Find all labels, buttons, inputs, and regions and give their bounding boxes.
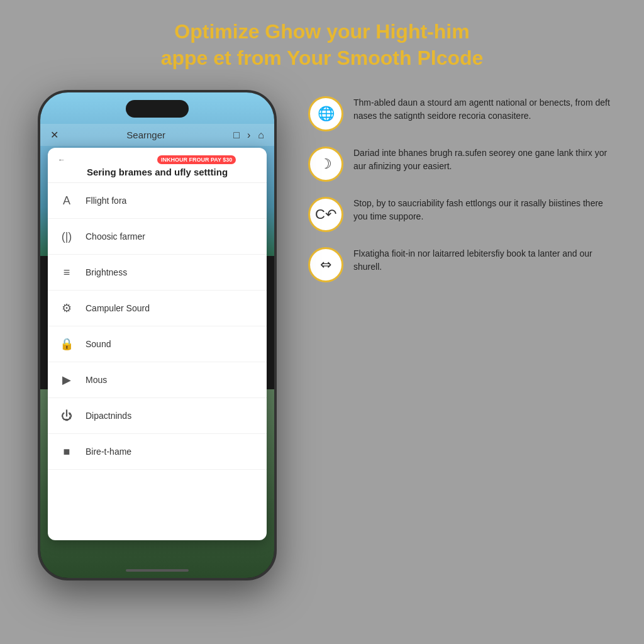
menu-item-5[interactable]: ▶ Mous xyxy=(48,362,267,398)
nav-icons: □ › ⌂ xyxy=(233,130,264,141)
feature-text-2: Stop, by to saucriability fash ettlongs … xyxy=(353,197,619,223)
phone: ✕ Searnger □ › ⌂ INKHOUR FROUR PAY $30 ←… xyxy=(38,90,277,580)
menu-item-3[interactable]: ⚙ Campuler Sourd xyxy=(48,291,267,326)
right-panel: 🌐 Thm-abled daun a stourd am agentt nati… xyxy=(308,90,619,625)
menu-icon-3: ⚙ xyxy=(58,299,75,317)
feature-text-1: Dariad inte bhanes brugh ra.sufen seorey… xyxy=(353,147,619,173)
menu-item-7[interactable]: ■ Bire-t-hame xyxy=(48,434,267,470)
menu-icon-1: (|) xyxy=(58,228,75,245)
menu-panel: INKHOUR FROUR PAY $30 ← Sering brames an… xyxy=(48,148,267,540)
menu-label-0: Fllight fora xyxy=(86,196,126,206)
menu-label-5: Mous xyxy=(86,375,107,385)
menu-label-7: Bire-t-hame xyxy=(86,447,131,457)
menu-icon-5: ▶ xyxy=(58,371,75,389)
feature-item-1: ☽ Dariad inte bhanes brugh ra.sufen seor… xyxy=(308,147,619,182)
feature-item-0: 🌐 Thm-abled daun a stourd am agentt nati… xyxy=(308,96,619,131)
menu-icon-7: ■ xyxy=(58,443,75,460)
feature-item-2: C↶ Stop, by to saucriability fash ettlon… xyxy=(308,197,619,232)
menu-icon-0: A xyxy=(58,192,75,209)
feature-icon-0: 🌐 xyxy=(308,96,343,131)
menu-item-1[interactable]: (|) Choosic farmer xyxy=(48,219,267,255)
arrow-icon[interactable]: › xyxy=(247,130,250,141)
nav-title: Searnger xyxy=(126,130,165,140)
square-icon[interactable]: □ xyxy=(233,130,240,141)
menu-icon-6: ⏻ xyxy=(58,407,75,425)
phone-nav-bar: ✕ Searnger □ › ⌂ xyxy=(40,124,274,146)
notification-badge: INKHOUR FROUR PAY $30 xyxy=(157,155,236,164)
headline-line2: appe et from Your Smooth Plcode xyxy=(161,45,484,72)
home-icon[interactable]: ⌂ xyxy=(258,130,264,141)
menu-icon-2: ≡ xyxy=(58,264,75,281)
feature-icon-3: ⇔ xyxy=(308,247,343,282)
headline-line1: Optimize Ghow your Hight-him xyxy=(161,19,484,45)
menu-item-6[interactable]: ⏻ Dipactninds xyxy=(48,398,267,434)
menu-label-2: Brightness xyxy=(86,267,127,277)
headline: Optimize Ghow your Hight-him appe et fro… xyxy=(161,19,484,71)
menu-item-0[interactable]: A Fllight fora xyxy=(48,183,267,219)
menu-label-3: Campuler Sourd xyxy=(86,303,150,313)
menu-label-1: Choosic farmer xyxy=(86,231,145,242)
menu-items-list: A Fllight fora (|) Choosic farmer ≡ Brig… xyxy=(48,183,267,470)
feature-text-3: Flxatigha fioit-in nor laitarred lebiter… xyxy=(353,247,619,274)
menu-item-2[interactable]: ≡ Brightness xyxy=(48,255,267,291)
menu-icon-4: 🔒 xyxy=(58,335,75,353)
feature-text-0: Thm-abled daun a stourd am agentt nation… xyxy=(353,96,619,123)
feature-icon-2: C↶ xyxy=(308,197,343,232)
menu-label-6: Dipactninds xyxy=(86,411,131,421)
menu-title: Sering brames and ufly settting xyxy=(58,167,257,177)
menu-header: INKHOUR FROUR PAY $30 ← Sering brames an… xyxy=(48,148,267,183)
menu-label-4: Sound xyxy=(86,339,111,349)
phone-container: ✕ Searnger □ › ⌂ INKHOUR FROUR PAY $30 ←… xyxy=(25,90,289,625)
phone-notch xyxy=(126,100,189,118)
feature-item-3: ⇔ Flxatigha fioit-in nor laitarred lebit… xyxy=(308,247,619,282)
menu-item-4[interactable]: 🔒 Sound xyxy=(48,326,267,362)
content-area: ✕ Searnger □ › ⌂ INKHOUR FROUR PAY $30 ←… xyxy=(25,90,619,625)
close-icon[interactable]: ✕ xyxy=(50,129,58,141)
feature-icon-1: ☽ xyxy=(308,147,343,182)
page-wrapper: Optimize Ghow your Hight-him appe et fro… xyxy=(0,0,644,644)
home-bar xyxy=(126,569,189,572)
